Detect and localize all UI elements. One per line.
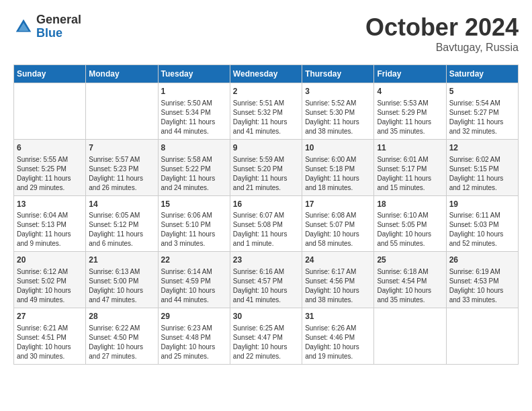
calendar-cell: 4Sunrise: 5:53 AM Sunset: 5:29 PM Daylig… [374, 83, 446, 140]
day-info: Sunrise: 5:51 AM Sunset: 5:32 PM Dayligh… [233, 99, 299, 136]
weekday-header-tuesday: Tuesday [158, 65, 230, 83]
day-info: Sunrise: 6:14 AM Sunset: 4:59 PM Dayligh… [161, 267, 227, 305]
calendar-cell [86, 83, 158, 140]
calendar-cell: 22Sunrise: 6:14 AM Sunset: 4:59 PM Dayli… [158, 252, 230, 308]
weekday-header-monday: Monday [86, 65, 158, 83]
day-number: 29 [161, 311, 227, 322]
weekday-header-saturday: Saturday [446, 65, 518, 83]
day-number: 26 [449, 255, 515, 266]
calendar-week-2: 6Sunrise: 5:55 AM Sunset: 5:25 PM Daylig… [14, 139, 519, 195]
day-number: 31 [305, 311, 371, 322]
day-number: 9 [233, 142, 299, 154]
day-info: Sunrise: 6:21 AM Sunset: 4:51 PM Dayligh… [17, 324, 83, 361]
calendar-cell: 31Sunrise: 6:26 AM Sunset: 4:46 PM Dayli… [302, 308, 374, 365]
calendar-week-3: 13Sunrise: 6:04 AM Sunset: 5:13 PM Dayli… [14, 195, 519, 252]
day-number: 17 [305, 199, 371, 210]
day-number: 11 [377, 142, 443, 154]
calendar-cell: 8Sunrise: 5:58 AM Sunset: 5:22 PM Daylig… [158, 139, 230, 195]
calendar-cell: 2Sunrise: 5:51 AM Sunset: 5:32 PM Daylig… [230, 83, 302, 140]
day-number: 23 [233, 255, 299, 266]
day-info: Sunrise: 5:50 AM Sunset: 5:34 PM Dayligh… [161, 99, 227, 136]
logo-icon [13, 17, 34, 37]
day-number: 4 [377, 86, 443, 97]
calendar-cell: 19Sunrise: 6:11 AM Sunset: 5:03 PM Dayli… [446, 195, 518, 252]
day-number: 27 [17, 311, 83, 322]
calendar-cell: 27Sunrise: 6:21 AM Sunset: 4:51 PM Dayli… [14, 308, 86, 365]
calendar-cell: 15Sunrise: 6:06 AM Sunset: 5:10 PM Dayli… [158, 195, 230, 252]
calendar-cell: 29Sunrise: 6:23 AM Sunset: 4:48 PM Dayli… [158, 308, 230, 365]
calendar-cell: 23Sunrise: 6:16 AM Sunset: 4:57 PM Dayli… [230, 252, 302, 308]
calendar-cell: 16Sunrise: 6:07 AM Sunset: 5:08 PM Dayli… [230, 195, 302, 252]
day-info: Sunrise: 6:12 AM Sunset: 5:02 PM Dayligh… [17, 267, 83, 305]
day-number: 6 [17, 142, 83, 154]
day-number: 14 [89, 199, 154, 210]
weekday-row: SundayMondayTuesdayWednesdayThursdayFrid… [14, 65, 519, 83]
day-info: Sunrise: 6:26 AM Sunset: 4:46 PM Dayligh… [305, 324, 371, 361]
day-number: 1 [161, 86, 227, 97]
day-info: Sunrise: 6:25 AM Sunset: 4:47 PM Dayligh… [233, 324, 299, 361]
month-title: October 2024 [365, 13, 519, 42]
day-number: 19 [449, 199, 515, 210]
day-info: Sunrise: 6:10 AM Sunset: 5:05 PM Dayligh… [377, 211, 443, 248]
day-info: Sunrise: 6:23 AM Sunset: 4:48 PM Dayligh… [161, 324, 227, 361]
calendar-table: SundayMondayTuesdayWednesdayThursdayFrid… [13, 64, 519, 365]
calendar-cell [374, 308, 446, 365]
calendar-week-1: 1Sunrise: 5:50 AM Sunset: 5:34 PM Daylig… [14, 83, 519, 140]
calendar-cell: 30Sunrise: 6:25 AM Sunset: 4:47 PM Dayli… [230, 308, 302, 365]
day-info: Sunrise: 6:00 AM Sunset: 5:18 PM Dayligh… [305, 155, 371, 193]
logo-blue-text: Blue [36, 27, 81, 40]
calendar-cell: 26Sunrise: 6:19 AM Sunset: 4:53 PM Dayli… [446, 252, 518, 308]
weekday-header-thursday: Thursday [302, 65, 374, 83]
day-number: 22 [161, 255, 227, 266]
day-info: Sunrise: 6:05 AM Sunset: 5:12 PM Dayligh… [89, 211, 154, 248]
day-info: Sunrise: 6:07 AM Sunset: 5:08 PM Dayligh… [233, 211, 299, 248]
day-info: Sunrise: 6:19 AM Sunset: 4:53 PM Dayligh… [449, 267, 515, 305]
day-number: 2 [233, 86, 299, 97]
logo: General Blue [13, 13, 81, 40]
day-number: 3 [305, 86, 371, 97]
day-number: 8 [161, 142, 227, 154]
day-number: 5 [449, 86, 515, 97]
weekday-header-sunday: Sunday [14, 65, 86, 83]
location-title: Bavtugay, Russia [365, 42, 519, 54]
day-info: Sunrise: 5:59 AM Sunset: 5:20 PM Dayligh… [233, 155, 299, 193]
day-info: Sunrise: 5:57 AM Sunset: 5:23 PM Dayligh… [89, 155, 154, 193]
weekday-header-wednesday: Wednesday [230, 65, 302, 83]
day-number: 28 [89, 311, 154, 322]
day-info: Sunrise: 6:04 AM Sunset: 5:13 PM Dayligh… [17, 211, 83, 248]
day-info: Sunrise: 6:22 AM Sunset: 4:50 PM Dayligh… [89, 324, 154, 361]
day-number: 12 [449, 142, 515, 154]
day-number: 25 [377, 255, 443, 266]
day-info: Sunrise: 5:55 AM Sunset: 5:25 PM Dayligh… [17, 155, 83, 193]
calendar-cell: 10Sunrise: 6:00 AM Sunset: 5:18 PM Dayli… [302, 139, 374, 195]
calendar-body: 1Sunrise: 5:50 AM Sunset: 5:34 PM Daylig… [14, 83, 519, 365]
day-info: Sunrise: 5:58 AM Sunset: 5:22 PM Dayligh… [161, 155, 227, 193]
calendar-cell: 14Sunrise: 6:05 AM Sunset: 5:12 PM Dayli… [86, 195, 158, 252]
calendar-cell: 6Sunrise: 5:55 AM Sunset: 5:25 PM Daylig… [14, 139, 86, 195]
day-number: 30 [233, 311, 299, 322]
calendar-cell: 13Sunrise: 6:04 AM Sunset: 5:13 PM Dayli… [14, 195, 86, 252]
day-number: 10 [305, 142, 371, 154]
day-number: 15 [161, 199, 227, 210]
title-block: October 2024 Bavtugay, Russia [365, 13, 519, 54]
calendar-cell: 12Sunrise: 6:02 AM Sunset: 5:15 PM Dayli… [446, 139, 518, 195]
day-info: Sunrise: 6:16 AM Sunset: 4:57 PM Dayligh… [233, 267, 299, 305]
calendar-cell: 9Sunrise: 5:59 AM Sunset: 5:20 PM Daylig… [230, 139, 302, 195]
calendar-cell: 17Sunrise: 6:08 AM Sunset: 5:07 PM Dayli… [302, 195, 374, 252]
day-info: Sunrise: 5:54 AM Sunset: 5:27 PM Dayligh… [449, 99, 515, 136]
day-info: Sunrise: 6:18 AM Sunset: 4:54 PM Dayligh… [377, 267, 443, 305]
calendar-header: SundayMondayTuesdayWednesdayThursdayFrid… [14, 65, 519, 83]
day-number: 18 [377, 199, 443, 210]
day-info: Sunrise: 6:08 AM Sunset: 5:07 PM Dayligh… [305, 211, 371, 248]
calendar-cell: 18Sunrise: 6:10 AM Sunset: 5:05 PM Dayli… [374, 195, 446, 252]
logo-general-text: General [36, 13, 81, 27]
day-number: 24 [305, 255, 371, 266]
calendar-cell [14, 83, 86, 140]
day-info: Sunrise: 5:53 AM Sunset: 5:29 PM Dayligh… [377, 99, 443, 136]
calendar-cell: 20Sunrise: 6:12 AM Sunset: 5:02 PM Dayli… [14, 252, 86, 308]
day-info: Sunrise: 5:52 AM Sunset: 5:30 PM Dayligh… [305, 99, 371, 136]
calendar-cell: 28Sunrise: 6:22 AM Sunset: 4:50 PM Dayli… [86, 308, 158, 365]
calendar-week-5: 27Sunrise: 6:21 AM Sunset: 4:51 PM Dayli… [14, 308, 519, 365]
day-number: 21 [89, 255, 154, 266]
calendar-cell: 25Sunrise: 6:18 AM Sunset: 4:54 PM Dayli… [374, 252, 446, 308]
